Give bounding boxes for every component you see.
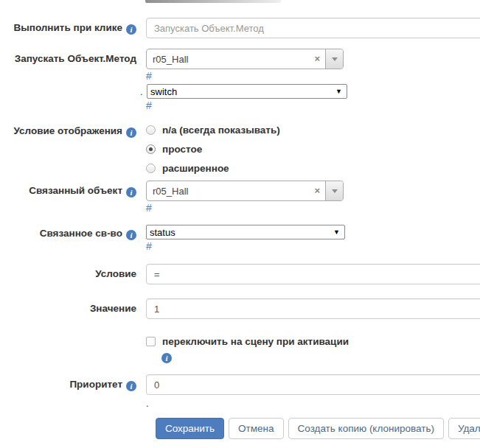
radio-option-na-label: n/a (всегда показывать) — [162, 125, 280, 136]
condition-input[interactable] — [146, 264, 480, 284]
linked-property-select-value: status — [150, 227, 175, 238]
dropdown-arrow-icon: ▼ — [335, 85, 342, 98]
empty-label-spacer — [0, 335, 146, 340]
run-object-method-label: Запускать Объект.Метод — [0, 49, 146, 64]
info-icon[interactable]: i — [126, 381, 136, 391]
execute-on-click-label-text: Выполнить при клике — [13, 22, 122, 33]
display-condition-label-text: Условие отображения — [14, 125, 122, 136]
method-select-value: switch — [150, 86, 177, 97]
radio-option-advanced-label: расширенное — [162, 163, 229, 174]
info-icon[interactable]: i — [126, 187, 136, 197]
object-method-select[interactable]: r05_Hall × — [146, 49, 344, 69]
checkbox-icon[interactable] — [146, 337, 156, 346]
hash-link[interactable]: # — [146, 202, 152, 214]
radio-icon[interactable] — [146, 144, 156, 154]
save-button[interactable]: Сохранить — [156, 418, 224, 439]
scene-element-form: Выполнить при кликеi Запускать Объект.Ме… — [0, 0, 480, 439]
object-method-select-value: r05_Hall — [147, 54, 309, 65]
dropdown-arrow-icon: ▼ — [333, 225, 340, 239]
delete-button[interactable]: Удалить — [448, 418, 480, 439]
condition-label: Условие — [0, 264, 146, 279]
radio-icon[interactable] — [146, 125, 156, 135]
dropdown-button[interactable] — [325, 49, 343, 69]
linked-property-label-text: Связанное св-во — [40, 228, 122, 239]
condition-label-text: Условие — [95, 268, 136, 279]
form-actions: Сохранить Отмена Создать копию (клониров… — [156, 418, 480, 439]
priority-label-text: Приоритет — [69, 379, 122, 390]
linked-object-label-text: Связанный объект — [29, 185, 122, 196]
info-icon[interactable]: i — [126, 24, 136, 35]
stray-dot-text: . — [146, 398, 480, 407]
cutoff-element-top — [145, 0, 281, 3]
radio-option-simple[interactable]: простое — [146, 143, 480, 155]
hash-link[interactable]: # — [146, 240, 152, 252]
info-icon[interactable]: i — [126, 230, 136, 240]
info-icon[interactable]: i — [161, 353, 172, 363]
hash-link[interactable]: # — [146, 99, 152, 111]
value-input[interactable] — [146, 298, 480, 319]
clone-button[interactable]: Создать копию (клонировать) — [288, 418, 444, 439]
dropdown-button[interactable] — [325, 181, 343, 200]
run-object-method-label-text: Запускать Объект.Метод — [15, 53, 136, 64]
linked-object-select[interactable]: r05_Hall × — [146, 181, 344, 201]
radio-icon[interactable] — [146, 164, 156, 173]
clear-icon[interactable]: × — [309, 181, 325, 200]
chevron-down-icon — [332, 189, 338, 193]
priority-input[interactable] — [146, 374, 480, 395]
chevron-down-icon — [332, 57, 338, 61]
execute-on-click-input[interactable] — [146, 18, 480, 38]
linked-property-label: Связанное св-воi — [0, 225, 146, 240]
radio-option-advanced[interactable]: расширенное — [146, 162, 480, 174]
method-select[interactable]: switch ▼ — [147, 84, 347, 99]
priority-label: Приоритетi — [0, 374, 146, 391]
radio-option-na[interactable]: n/a (всегда показывать) — [146, 124, 480, 136]
cancel-button[interactable]: Отмена — [229, 418, 283, 439]
hash-link[interactable]: # — [146, 70, 152, 82]
linked-object-label: Связанный объектi — [0, 181, 146, 197]
method-dot-prefix: . — [140, 86, 147, 97]
switch-to-scene-option[interactable]: переключить на сцену при активации — [146, 335, 480, 347]
clear-icon[interactable]: × — [309, 49, 325, 69]
execute-on-click-label: Выполнить при кликеi — [0, 18, 146, 35]
switch-to-scene-label: переключить на сцену при активации — [162, 336, 349, 347]
display-condition-label: Условие отображенияi — [0, 124, 146, 138]
info-icon[interactable]: i — [126, 127, 136, 138]
linked-object-select-value: r05_Hall — [147, 186, 309, 197]
radio-option-simple-label: простое — [162, 144, 202, 155]
value-label: Значение — [0, 298, 146, 314]
linked-property-select[interactable]: status ▼ — [146, 225, 345, 239]
value-label-text: Значение — [90, 303, 136, 314]
